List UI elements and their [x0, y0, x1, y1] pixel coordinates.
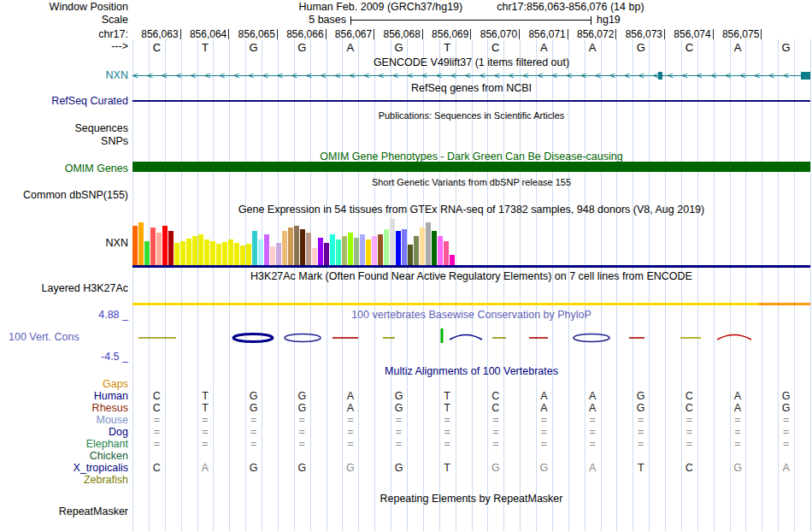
track-label-repeatmasker[interactable]: RepeatMasker: [0, 506, 128, 517]
base-letter: A: [714, 41, 762, 54]
gtex-bar: [354, 238, 359, 265]
gene-exon-block: [801, 72, 810, 80]
alignment-cell: G: [762, 403, 810, 414]
alignment-cell: A: [714, 403, 762, 414]
gridline: [810, 39, 811, 531]
track-label-100-vert-cons[interactable]: 100 Vert. Cons: [9, 332, 79, 343]
alignment-cell: =: [568, 439, 617, 450]
gtex-bar: [198, 234, 203, 265]
track-label-gtex-nxn[interactable]: NXN: [0, 238, 128, 249]
conservation-max-value: 4.88 _: [0, 310, 128, 321]
base-letter: G: [762, 41, 810, 54]
gtex-bar: [438, 236, 443, 265]
gtex-bar: [138, 222, 144, 265]
alignment-cell: =: [568, 427, 617, 438]
alignment-cell: G: [278, 463, 327, 474]
alignment-cell: A: [520, 391, 568, 402]
conservation-mark: [574, 334, 609, 342]
track-label-layered-h3k27ac[interactable]: Layered H3K27Ac: [0, 283, 128, 294]
alignment-row: CAGGGGTGGATCGA: [132, 463, 810, 474]
position-range: chr17:856,063-856,076 (14 bp): [497, 2, 644, 13]
species-label-x_tropicalis[interactable]: X_tropicalis: [0, 463, 128, 474]
alignment-cell: =: [423, 415, 472, 426]
refseq-gene-line[interactable]: [132, 100, 810, 102]
species-label-mouse[interactable]: Mouse: [0, 415, 128, 426]
alignment-cell: C: [665, 463, 714, 474]
gtex-bar: [252, 231, 257, 265]
alignment-cell: =: [762, 427, 810, 438]
alignment-cell: G: [374, 403, 423, 414]
gtex-bar: [450, 255, 455, 265]
conservation-wiggle: [132, 322, 810, 357]
alignment-cell: =: [616, 427, 665, 438]
gtex-bar: [228, 239, 233, 265]
species-label-elephant[interactable]: Elephant: [0, 439, 128, 450]
gtex-bar: [306, 233, 311, 265]
ruler-tick-label: 856,065: [229, 29, 278, 39]
publications-track-title[interactable]: Publications: Sequences in Scientific Ar…: [132, 110, 810, 121]
track-label-common-dbsnp[interactable]: Common dbSNP(155): [0, 190, 128, 201]
base-letter: A: [520, 41, 568, 54]
alignment-cell: =: [520, 427, 568, 438]
alignment-cell: G: [278, 391, 327, 402]
ruler-tick-label: 856,073: [616, 29, 665, 39]
alignment-cell: =: [278, 415, 327, 426]
base-letter: C: [132, 41, 181, 54]
alignment-cell: =: [181, 427, 230, 438]
scale-bar: [350, 16, 591, 25]
ruler-tick-label: 856,072: [568, 29, 617, 39]
alignment-cell: =: [471, 415, 520, 426]
alignment-cell: A: [327, 403, 375, 414]
ruler-tick-label: 856,075: [714, 29, 762, 39]
alignment-cell: =: [714, 439, 762, 450]
track-label-omim-genes[interactable]: OMIM Genes: [0, 163, 128, 174]
alignment-cell: G: [520, 463, 568, 474]
gtex-bar: [144, 241, 150, 265]
gtex-bar: [384, 229, 389, 265]
alignment-cell: =: [327, 415, 375, 426]
species-label-rhesus[interactable]: Rhesus: [0, 403, 128, 414]
alignment-row: [132, 475, 810, 486]
gtex-bar: [156, 233, 162, 265]
alignment-cell: A: [714, 391, 762, 402]
alignment-cell: G: [374, 463, 423, 474]
repeatmasker-track-title[interactable]: Repeating Elements by RepeatMasker: [132, 494, 810, 505]
conservation-mark: [285, 334, 321, 342]
omim-gene-bar[interactable]: [132, 162, 810, 172]
dbsnp-track-title[interactable]: Short Genetic Variants from dbSNP releas…: [132, 177, 810, 188]
track-label-snps[interactable]: SNPs: [0, 136, 128, 147]
gene-label-nxn[interactable]: NXN: [0, 70, 128, 81]
gtex-bar: [330, 234, 335, 265]
species-label-dog[interactable]: Dog: [0, 427, 128, 438]
alignment-cell: G: [471, 463, 520, 474]
alignment-cell: T: [423, 391, 472, 402]
gtex-expression-barchart[interactable]: [132, 219, 810, 265]
strand-direction-label: --->: [0, 41, 128, 52]
conservation-min-value: -4.5 _: [0, 352, 128, 363]
gtex-bar: [294, 226, 299, 265]
track-label-refseq-curated[interactable]: RefSeq Curated: [0, 96, 128, 107]
window-position-row: Human Feb. 2009 (GRCh37/hg19) chr17:856,…: [132, 2, 810, 13]
conservation-track-title[interactable]: 100 vertebrates Basewise Conservation by…: [132, 310, 810, 321]
gene-item-nxn[interactable]: <<<<<<<<<<<<<<<<<<<<<<<<<<<<<<<<<<<<<<<<…: [132, 70, 810, 81]
alignment-cell: =: [132, 439, 181, 450]
genome-name: hg19: [597, 15, 621, 26]
species-label-zebrafish[interactable]: Zebrafish: [0, 475, 128, 486]
alignment-cell: =: [229, 415, 278, 426]
species-label-chicken[interactable]: Chicken: [0, 451, 128, 462]
gtex-bar: [270, 246, 275, 265]
species-label-human[interactable]: Human: [0, 391, 128, 402]
track-label-sequences[interactable]: Sequences: [0, 123, 128, 134]
gtex-bar: [234, 243, 239, 265]
species-label-gaps[interactable]: Gaps: [0, 379, 128, 390]
refseq-track-title[interactable]: RefSeq genes from NCBI: [132, 83, 810, 94]
gtex-track-title[interactable]: Gene Expression in 54 tissues from GTEx …: [132, 204, 810, 216]
alignment-cell: =: [181, 439, 230, 450]
h3k27ac-track-title[interactable]: H3K27Ac Mark (Often Found Near Active Re…: [132, 271, 810, 282]
position-ruler[interactable]: 856,063856,064856,065856,066856,067856,0…: [132, 29, 810, 39]
multiz-track-title[interactable]: Multiz Alignments of 100 Vertebrates: [132, 366, 810, 377]
assembly-title: Human Feb. 2009 (GRCh37/hg19): [298, 2, 462, 13]
ruler-tick-label: 856,069: [423, 29, 472, 39]
h3k27ac-signal-segment: [132, 303, 759, 305]
gencode-track-title[interactable]: GENCODE V49lift37 (1 items filtered out): [132, 57, 810, 68]
